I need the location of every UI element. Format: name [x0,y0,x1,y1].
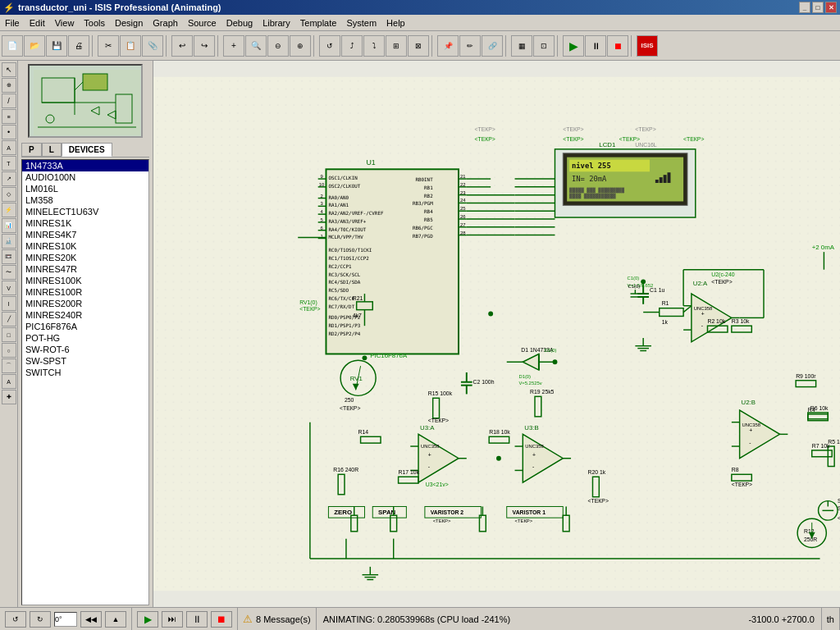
device-item-1N4733A[interactable]: 1N4733A [22,160,148,171]
device-item-AUDIO100N[interactable]: AUDIO100N [22,171,148,183]
bus-tool[interactable]: ≡ [2,109,16,124]
toolbar-pause-button[interactable]: ⏸ [585,35,606,57]
toolbar-run-button[interactable]: ▶ [563,35,584,57]
symbol-tool[interactable]: ◇ [2,187,16,202]
2d-box[interactable]: □ [2,327,16,342]
pick-button[interactable]: 📌 [437,35,459,57]
virtual-inst[interactable]: 📊 [2,218,16,233]
menu-edit[interactable]: Edit [25,15,50,30]
svg-rect-95 [655,180,659,183]
device-item-MINRES47R[interactable]: MINRES47R [22,263,148,275]
device-item-LM358[interactable]: LM358 [22,194,148,206]
volt-probe[interactable]: V [2,281,16,295]
forward-button[interactable]: ↻ [30,611,51,628]
prop-button[interactable]: ▦ [511,35,532,57]
zoom-out-button[interactable]: ⊖ [267,35,289,57]
menu-template[interactable]: Template [295,15,342,30]
copy-button[interactable]: 📋 [120,35,141,57]
redo-button[interactable]: ↪ [194,35,215,57]
device-list[interactable]: 1N4733A AUDIO100N LM016L LM358 MINELECT1… [21,159,149,605]
device-item-SWITCH[interactable]: SWITCH [22,367,148,378]
bus-entry-tool[interactable]: ↗ [2,171,16,186]
menu-tools[interactable]: Tools [79,15,110,30]
device-item-MINRES100R[interactable]: MINRES100R [22,286,148,298]
select-tool[interactable]: ↖ [2,62,16,77]
menu-source[interactable]: Source [183,15,221,30]
save-button[interactable]: 💾 [46,35,67,57]
cut-button[interactable]: ✂ [98,35,119,57]
open-button[interactable]: 📂 [24,35,45,57]
canvas-area[interactable]: U1 OSC1/CLKIN OSC2/CLKOUT RA0/AN0 RA1/AN… [153,61,840,607]
minimize-button[interactable]: _ [799,2,810,13]
maximize-button[interactable]: □ [812,2,824,13]
text-tool[interactable]: T [2,156,16,171]
pause-button[interactable]: ⏸ [186,611,208,628]
select-button[interactable]: + [223,35,244,57]
device-item-MINRES1K[interactable]: MINRES1K [22,217,148,229]
label-button[interactable]: ⊞ [386,35,407,57]
new-button[interactable]: 📄 [2,35,23,57]
2d-arc[interactable]: ⌒ [2,358,16,373]
junction-button[interactable]: ⤵ [363,35,385,57]
svg-text:1k: 1k [662,319,669,325]
svg-rect-96 [660,177,663,183]
edit-button[interactable]: ✏ [459,35,481,57]
annotation-button[interactable]: ⊠ [408,35,429,57]
undo-button[interactable]: ↩ [171,35,193,57]
step-button[interactable]: ⏭ [162,611,183,628]
stop-button[interactable]: ⏹ [211,611,232,628]
device-item-SW-SPST[interactable]: SW-SPST [22,355,148,367]
device-item-MINRES20K[interactable]: MINRES20K [22,252,148,263]
2d-text[interactable]: A [2,374,16,389]
back-button[interactable]: ◀◀ [80,611,102,628]
menu-view[interactable]: View [50,15,80,30]
menu-graph[interactable]: Graph [148,15,183,30]
device-item-PIC16F876A[interactable]: PIC16F876A [22,321,148,332]
menu-design[interactable]: Design [110,15,148,30]
marker[interactable]: ✚ [2,390,16,404]
component-tool[interactable]: ⊕ [2,78,16,93]
generator-tool[interactable]: 〜 [2,265,16,280]
menu-help[interactable]: Help [381,15,410,30]
close-button[interactable]: ✕ [825,2,837,13]
step-up-button[interactable]: ▲ [105,611,126,628]
device-item-MINRES10K[interactable]: MINRES10K [22,240,148,252]
rewind-button[interactable]: ↺ [5,611,26,628]
2d-circle[interactable]: ○ [2,343,16,358]
device-item-LM016L[interactable]: LM016L [22,183,148,194]
power-tool[interactable]: ⚡ [2,203,16,217]
junction-tool[interactable]: • [2,125,16,139]
label-tool[interactable]: A [2,140,16,155]
tape-tool[interactable]: 📼 [2,249,16,264]
device-item-MINELECT[interactable]: MINELECT1U63V [22,206,148,217]
tab-p[interactable]: P [21,143,42,157]
device-item-MINRES200R[interactable]: MINRES200R [22,298,148,309]
toolbar-stop-button[interactable]: ⏹ [607,35,628,57]
bus-button[interactable]: ⤴ [341,35,363,57]
zoom-all-button[interactable]: ⊕ [290,35,311,57]
device-item-MINRES4K7[interactable]: MINRES4K7 [22,229,148,240]
print-button[interactable]: 🖨 [68,35,89,57]
wire-tool[interactable]: / [2,94,16,108]
menu-debug[interactable]: Debug [221,15,258,30]
play-button[interactable]: ▶ [137,611,158,628]
wire-button[interactable]: ↺ [319,35,340,57]
tab-l[interactable]: L [42,143,62,157]
device-item-POT-HG[interactable]: POT-HG [22,332,148,344]
menu-system[interactable]: System [341,15,381,30]
zoom-in-button[interactable]: 🔍 [245,35,267,57]
device-item-SW-ROT-6[interactable]: SW-ROT-6 [22,344,148,355]
svg-text:RC7/RX/DT: RC7/RX/DT [328,304,354,309]
angle-input[interactable] [54,612,77,627]
2d-line[interactable]: ╱ [2,312,16,326]
tab-devices[interactable]: DEVICES [62,143,112,157]
net-button[interactable]: ⊡ [533,35,555,57]
menu-file[interactable]: File [0,15,25,30]
device-item-MINRES100K[interactable]: MINRES100K [22,275,148,286]
curr-probe[interactable]: I [2,296,16,311]
link-button[interactable]: 🔗 [482,35,503,57]
device-item-MINRES240R[interactable]: MINRES240R [22,309,148,321]
menu-library[interactable]: Library [258,15,295,30]
probe-tool[interactable]: 🔬 [2,234,16,249]
paste-button[interactable]: 📎 [142,35,163,57]
